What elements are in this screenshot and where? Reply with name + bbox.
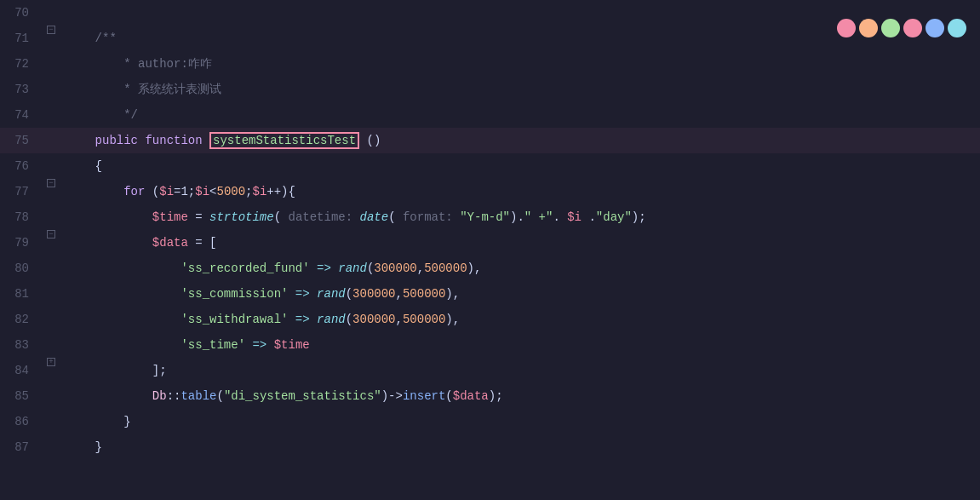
code-token: => (252, 338, 266, 352)
line-number: 70 (0, 0, 43, 26)
code-token (66, 210, 152, 224)
code-line-content: 'ss_recorded_fund' => rand(300000,500000… (60, 256, 980, 281)
code-token: ( (388, 210, 403, 224)
code-token: , (417, 261, 424, 275)
code-token: 300000 (374, 261, 416, 275)
line-number: 82 (0, 307, 43, 332)
toolbar-dot-1[interactable] (837, 19, 856, 37)
code-token: => (295, 287, 310, 301)
code-token: $i (195, 185, 209, 198)
code-token: $data (453, 389, 489, 403)
code-token: public (66, 134, 138, 147)
code-token: Db (152, 389, 167, 403)
code-token: for (66, 185, 145, 198)
table-row: 72 * author:咋咋 (0, 51, 980, 77)
table-row: 87 } (0, 434, 980, 460)
table-row: 84 + ]; (0, 358, 980, 383)
table-row: 79 − $data = [ (0, 230, 980, 256)
line-number: 84 (0, 358, 43, 383)
table-row: 81 'ss_commission' => rand(300000,500000… (0, 281, 980, 307)
code-token: $i (159, 185, 174, 198)
code-token: ( (346, 313, 352, 326)
toolbar-dot-2[interactable] (859, 19, 878, 37)
code-line-content: public function systemStatisticsTest () (60, 128, 980, 153)
code-token: format: (403, 210, 453, 224)
code-token: 500000 (424, 261, 467, 275)
table-row: 74 */ (0, 102, 980, 128)
gutter[interactable]: − (43, 230, 60, 239)
code-token: ), (445, 287, 460, 301)
code-token: ( (445, 389, 452, 403)
line-number: 77 (0, 179, 43, 204)
code-token (66, 236, 152, 250)
code-token: */ (66, 108, 138, 122)
gutter[interactable]: + (43, 358, 60, 366)
table-row: 76 { (0, 153, 980, 179)
toolbar-dot-5[interactable] (926, 19, 944, 37)
fold-icon[interactable]: − (47, 230, 55, 239)
code-line-content: 'ss_time' => $time (60, 332, 980, 358)
code-token (310, 261, 317, 275)
line-number: 71 (0, 26, 43, 51)
toolbar-dot-3[interactable] (881, 19, 900, 37)
table-row: 80 'ss_recorded_fund' => rand(300000,500… (0, 256, 980, 281)
code-token (288, 313, 295, 326)
code-line-content: 'ss_withdrawal' => rand(300000,500000), (60, 307, 980, 332)
table-row: 77 − for ($i=1;$i<5000;$i++){ (0, 179, 980, 204)
gutter[interactable]: − (43, 179, 60, 187)
code-token: $i (253, 185, 267, 198)
line-number: 74 (0, 102, 43, 128)
fold-icon-close[interactable]: + (47, 358, 55, 366)
code-line-content: $data = [ (60, 230, 980, 256)
table-row: 73 * 系统统计表测试 (0, 77, 980, 102)
code-token: ( (274, 210, 289, 224)
code-token (310, 287, 317, 301)
code-token: "day" (596, 210, 632, 224)
code-token (66, 389, 152, 403)
toolbar-dot-6[interactable] (948, 19, 966, 37)
line-number: 72 (0, 51, 43, 77)
code-token: => (317, 261, 331, 275)
code-token: ( (346, 287, 352, 301)
code-token: datetime: (289, 210, 353, 224)
fold-icon[interactable]: − (47, 26, 55, 34)
code-token (66, 313, 181, 326)
code-token-highlighted: systemStatisticsTest (209, 132, 359, 149)
code-token: :: (167, 389, 181, 403)
code-token (288, 287, 295, 301)
code-token: 'ss_time' (181, 338, 245, 352)
code-line-content: * author:咋咋 (60, 51, 980, 77)
code-token (453, 210, 460, 224)
code-area: 70 71 − /** 72 * author:咋咋 73 (0, 0, 980, 460)
code-line-content: $time = strtotime( datetime: date( forma… (60, 204, 980, 230)
code-token: 'ss_commission' (181, 287, 288, 301)
code-line-content: ]; (60, 358, 980, 383)
code-token (310, 313, 317, 326)
code-token: ( (145, 185, 159, 198)
line-number: 75 (0, 128, 43, 153)
fold-icon[interactable]: − (47, 179, 55, 187)
code-token: insert (403, 389, 445, 403)
code-token: 500000 (403, 313, 445, 326)
code-token: rand (317, 313, 346, 326)
code-token: { (66, 159, 102, 173)
line-number: 85 (0, 383, 43, 409)
line-number: 78 (0, 204, 43, 230)
toolbar (837, 19, 966, 37)
toolbar-dot-4[interactable] (903, 19, 922, 37)
line-number: 76 (0, 153, 43, 179)
code-line-content: } (60, 434, 980, 460)
gutter[interactable]: − (43, 26, 60, 34)
code-token (66, 338, 181, 352)
code-token (66, 287, 181, 301)
code-token (352, 210, 359, 224)
table-row: 85 Db::table("di_system_statistics")->in… (0, 383, 980, 409)
code-token: 5000 (216, 185, 245, 198)
code-token: = [ (188, 236, 217, 250)
code-token: ), (445, 313, 460, 326)
code-token: )-> (381, 389, 403, 403)
code-line-content: Db::table("di_system_statistics")->inser… (60, 383, 980, 409)
table-row: 83 'ss_time' => $time (0, 332, 980, 358)
code-token: * author:咋咋 (66, 57, 212, 71)
code-line-content: } (60, 409, 980, 434)
